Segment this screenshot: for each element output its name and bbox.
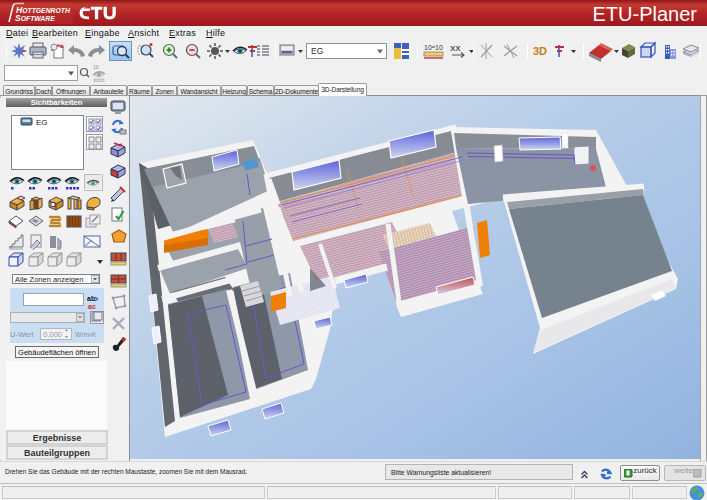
svg-text:HOTTGENROTH: HOTTGENROTH (16, 5, 71, 15)
svg-text:U-Wert: U-Wert (10, 330, 35, 339)
svg-text:10: 10 (435, 44, 443, 51)
svg-text:EG: EG (311, 46, 323, 56)
svg-text:Bauteilgruppen: Bauteilgruppen (24, 448, 90, 458)
svg-text:10: 10 (424, 44, 432, 51)
svg-text:ab: ab (87, 295, 95, 302)
svg-text:Ergebnisse: Ergebnisse (33, 433, 82, 443)
svg-text:Alle Zonen anzeigen: Alle Zonen anzeigen (15, 275, 83, 284)
svg-text:W/m²K: W/m²K (75, 331, 97, 338)
svg-text:SOFTWARE: SOFTWARE (15, 13, 55, 23)
svg-text:XX: XX (450, 44, 461, 53)
svg-text:Gebäudeflächen öffnen: Gebäudeflächen öffnen (18, 348, 96, 357)
svg-text:0,000: 0,000 (43, 330, 62, 339)
svg-text:EG: EG (36, 118, 48, 127)
svg-text:10: 10 (93, 64, 99, 70)
svg-text:ac: ac (88, 303, 96, 310)
svg-text:3D: 3D (533, 45, 547, 57)
